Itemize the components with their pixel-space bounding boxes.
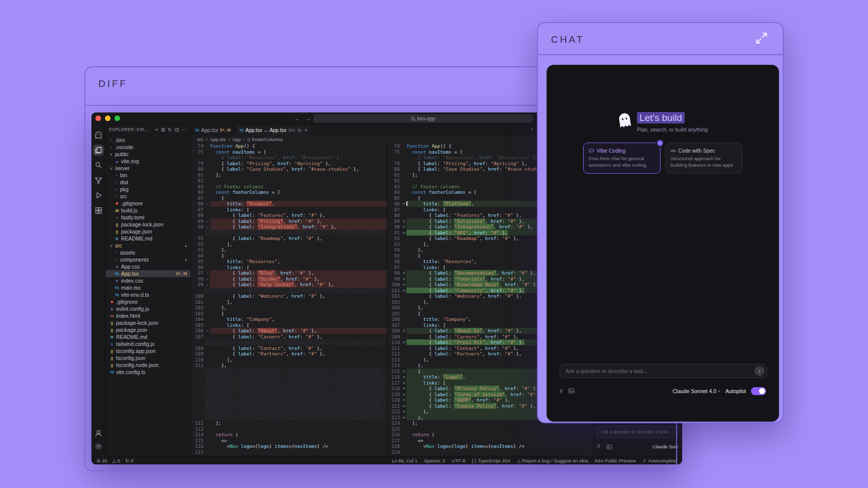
diff-gap-line[interactable]	[191, 392, 387, 398]
tree-item[interactable]: {}tsconfig.node.json	[105, 361, 190, 369]
tree-item[interactable]: ›assets	[105, 249, 190, 256]
status-item[interactable]: Spaces: 2	[424, 458, 445, 463]
code-line[interactable]: 91 { label: "Roadmap", href: "#" },	[191, 235, 387, 241]
code-line[interactable]: 74function App() {	[191, 143, 387, 149]
diff-gap-line[interactable]	[191, 415, 387, 421]
code-line[interactable]: 89- { label: "Pricing", href: "#" },	[191, 218, 387, 224]
settings-gear-icon[interactable]	[93, 441, 104, 452]
code-line[interactable]: 97- { label: "Blog", href: "#" },	[191, 270, 387, 276]
tree-item[interactable]: {}package-lock.json	[105, 319, 190, 326]
code-line[interactable]: { label: "Resources", href: "#resources"…	[191, 155, 387, 161]
kiro-ghost-icon[interactable]	[93, 130, 104, 141]
status-item[interactable]: △Report a bug / Suggest an idea	[517, 458, 588, 463]
tree-item[interactable]: {}tsconfig.json	[105, 354, 190, 361]
status-item[interactable]: UTF-8	[452, 458, 465, 463]
docked-model-label[interactable]: Claude Sonnet 4.0	[653, 444, 678, 449]
diff-gap-line[interactable]	[191, 380, 387, 386]
vibe-coding-card[interactable]: ✓ Vibe Coding Free-form chat for general…	[583, 143, 661, 174]
code-line[interactable]: 86- title: "Product",	[191, 201, 387, 207]
code-line[interactable]: 109 { label: "Partners", href: "#" },	[191, 351, 387, 357]
tree-item[interactable]: <>index.html	[105, 312, 190, 319]
diff-original-pane[interactable]: 74function App() {75 const navItems = [ …	[191, 143, 387, 456]
tree-item[interactable]: ◆.gitignore	[105, 200, 190, 207]
more-actions-icon[interactable]: ⋯	[182, 127, 187, 133]
tree-item[interactable]: ≡fastly.toml	[105, 214, 190, 221]
code-line[interactable]: 87 links: [	[191, 207, 387, 213]
send-button[interactable]: ↑	[754, 366, 765, 376]
tree-item[interactable]: {}tsconfig.app.json	[105, 347, 190, 354]
search-sidebar-icon[interactable]	[93, 160, 104, 171]
new-file-icon[interactable]: +	[155, 127, 158, 133]
code-line[interactable]: 81 ];	[191, 172, 387, 178]
model-selector[interactable]: Claude Sonnet 4.0 ∨	[673, 388, 720, 394]
diff-gap-line[interactable]	[191, 374, 387, 380]
code-line[interactable]: 108 { label: "Contact", href: "#" },	[191, 345, 387, 351]
tree-item[interactable]: TSvite-env.d.ts	[105, 291, 190, 298]
nav-back-icon[interactable]: ←	[294, 115, 300, 122]
code-line[interactable]: 84 const footerColumns = [	[191, 189, 387, 195]
tree-item[interactable]: ›pkg	[105, 186, 190, 193]
command-search-box[interactable]: kiro-app	[314, 114, 532, 123]
tree-item[interactable]: ◆.gitignore	[105, 298, 190, 305]
code-line[interactable]: 128 <Nav logo={logo} items={navItems} />	[387, 443, 592, 449]
account-icon[interactable]	[93, 428, 104, 439]
code-line[interactable]: 88 { label: "Features", href: "#" },	[191, 212, 387, 218]
code-line[interactable]: 98- { label: "Guides", href: "#" },	[191, 276, 387, 282]
tree-item[interactable]: MREADME.md	[105, 333, 190, 340]
diff-gap-line[interactable]	[191, 403, 387, 409]
tree-item[interactable]: MREADME.md	[105, 235, 190, 242]
tree-item[interactable]: ∨src●	[105, 242, 190, 249]
tree-item[interactable]: ▲vite.svg	[105, 158, 190, 165]
code-line[interactable]: 83 // Footer columns	[191, 184, 387, 190]
code-line[interactable]: 107 { label: "Careers", href: "#" },	[191, 334, 387, 340]
code-line[interactable]: 103 {	[191, 311, 387, 317]
image-attach-icon[interactable]	[606, 444, 612, 451]
breadcrumb-item[interactable]: src	[197, 137, 203, 142]
code-line[interactable]: 115 <>	[191, 438, 387, 444]
code-line[interactable]: 94 {	[191, 253, 387, 259]
code-line[interactable]: 117	[191, 449, 387, 455]
context-hash-icon[interactable]: #	[560, 388, 563, 394]
tab-close-icon[interactable]: ×	[304, 127, 307, 133]
code-line[interactable]: 95 title: "Resources",	[191, 259, 387, 265]
tree-item[interactable]: ›dist	[105, 179, 190, 186]
tree-item[interactable]: ›.kiro	[105, 137, 190, 144]
tree-item[interactable]: ≈tailwind.config.js	[105, 340, 190, 347]
tree-item[interactable]: ∨server	[105, 165, 190, 172]
status-item[interactable]: Kiro Public Preview	[595, 458, 636, 463]
code-line[interactable]: 92 ],	[191, 241, 387, 248]
status-sync[interactable]: ↻0	[125, 458, 133, 463]
code-line[interactable]: 113	[191, 426, 387, 432]
code-line[interactable]: 126 return (	[387, 432, 592, 438]
traffic-light-zoom[interactable]	[115, 115, 120, 121]
tree-item[interactable]: ∨public	[105, 151, 190, 158]
tree-item[interactable]: TSvite.config.ts	[105, 369, 190, 376]
source-control-icon[interactable]	[93, 175, 104, 186]
status-error[interactable]: ⊘26	[96, 458, 107, 463]
expand-icon[interactable]	[754, 31, 769, 45]
code-line[interactable]: 101 ],	[191, 299, 387, 305]
code-line[interactable]: 102 },	[191, 305, 387, 311]
code-line[interactable]: 114 return (	[191, 432, 387, 438]
diff-gap-line[interactable]	[191, 339, 387, 345]
status-item[interactable]: { }TypeScript JSX	[472, 458, 510, 463]
code-line[interactable]: 90- { label: "Integrations", href: "#" }…	[191, 224, 387, 230]
editor-actions-icon[interactable]: ↑	[530, 126, 533, 132]
nav-forward-icon[interactable]: →	[305, 115, 311, 122]
code-line[interactable]: 79 { label: "Pricing", href: "#pricing" …	[191, 161, 387, 167]
code-line[interactable]: 75 const navItems = [	[191, 149, 387, 155]
breadcrumb-item[interactable]: App	[233, 137, 241, 142]
tree-item[interactable]: TSApp.tsx9+, M	[105, 270, 190, 277]
extensions-icon[interactable]	[93, 205, 104, 216]
breadcrumb-item[interactable]: footerColumns	[252, 137, 283, 142]
diff-gap-line[interactable]	[191, 386, 387, 392]
code-line[interactable]: 125	[387, 426, 592, 432]
tree-item[interactable]: #App.css	[105, 263, 190, 270]
code-line[interactable]: 110 ],	[191, 357, 387, 363]
tree-item[interactable]: ›bin	[105, 172, 190, 179]
status-item[interactable]: Ln 86, Col 1	[392, 458, 417, 463]
tree-item[interactable]: {}package-lock.json	[105, 221, 190, 228]
code-line[interactable]: 99- { label: "Help Center", href: "#" },	[191, 282, 387, 288]
tab-diff-app-tsx[interactable]: TS App.tsx ↔ App.tsx /src ◎ ×	[235, 125, 312, 136]
diff-gap-line[interactable]	[191, 288, 387, 294]
